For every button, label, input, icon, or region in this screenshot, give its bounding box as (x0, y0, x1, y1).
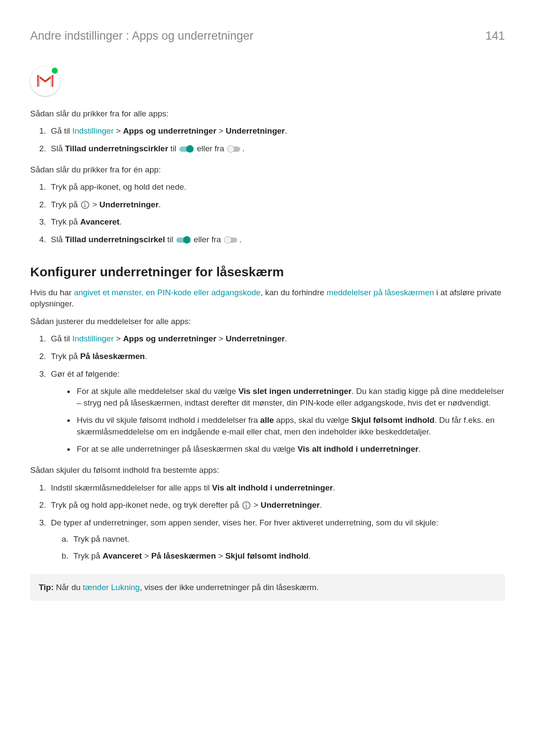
text: For at se alle underretninger på låseskæ… (77, 444, 297, 453)
option: For at se alle underretninger på låseskæ… (75, 444, 505, 455)
text: . (333, 483, 335, 492)
text: til (168, 144, 178, 153)
text: . (285, 126, 287, 135)
text: . (320, 500, 322, 509)
text: . (119, 217, 122, 226)
text: eller fra (191, 235, 223, 244)
intro-one-app: Sådan slår du prikker fra for én app: (30, 164, 505, 176)
steps-hide: Indstil skærmlåsmeddelelser for alle app… (30, 482, 505, 562)
substep: Tryk på navnet. (71, 534, 505, 545)
page-number: 141 (485, 28, 505, 44)
step: Tryk på > Underretninger. (48, 199, 505, 211)
step: Slå Tillad underretningscirkel til eller… (48, 234, 505, 246)
text: Gør ét af følgende: (51, 369, 119, 378)
text: > (142, 551, 151, 560)
text: Slå (51, 144, 65, 153)
nav-item: Avanceret (103, 551, 142, 560)
tip-box: Tip: Når du tænder Lukning, vises der ik… (30, 574, 505, 601)
step: Indstil skærmlåsmeddelelser for alle app… (48, 482, 505, 494)
step: Tryk på Avanceret. (48, 216, 505, 228)
text: . (242, 144, 244, 153)
text: Indstil skærmlåsmeddelelser for alle app… (51, 483, 212, 492)
text: Hvis du har (30, 288, 74, 297)
step: Gå til Indstillinger > Apps og underretn… (48, 333, 505, 345)
steps-adjust: Gå til Indstillinger > Apps og underretn… (30, 333, 505, 455)
tip-label: Tip: (39, 583, 53, 592)
nav-item: Apps og underretninger (123, 334, 216, 343)
step: De typer af underretninger, som appen se… (48, 517, 505, 562)
toggle-on-icon (176, 236, 191, 244)
toggle-off-icon (224, 236, 238, 244)
text: For at skjule alle meddelelser skal du v… (77, 387, 238, 396)
settings-link[interactable]: Indstillinger (72, 126, 114, 135)
substeps: Tryk på navnet. Tryk på Avanceret > På l… (51, 534, 505, 562)
page-header: Andre indstillinger : Apps og underretni… (30, 28, 505, 44)
text: . (285, 334, 287, 343)
text: Gå til (51, 334, 72, 343)
text: Tryk på og hold app-ikonet nede, og tryk… (51, 500, 241, 509)
nav-item: Underretninger (261, 500, 320, 509)
text: . (159, 200, 161, 209)
step: Gør ét af følgende: For at skjule alle m… (48, 369, 505, 456)
nav-item: Underretninger (225, 334, 285, 343)
text: > (216, 334, 226, 343)
pattern-link[interactable]: angivet et mønster, en PIN-kode eller ad… (74, 288, 260, 297)
lockdown-link[interactable]: tænder Lukning (83, 583, 140, 592)
gmail-app-icon (30, 66, 60, 96)
toggle-on-icon (179, 145, 194, 153)
text: Gå til (51, 126, 72, 135)
text: Slå (51, 235, 65, 244)
nav-item: På låseskærmen (80, 352, 145, 361)
text: . (145, 352, 147, 361)
step: Tryk på app-ikonet, og hold det nede. (48, 181, 505, 193)
lockscreen-notifications-link[interactable]: meddelelser på låseskærmen (327, 288, 434, 297)
setting-name: Tillad underretningscirkler (65, 144, 168, 153)
text: Tryk på (51, 217, 80, 226)
breadcrumb: Andre indstillinger : Apps og underretni… (30, 28, 253, 44)
text: apps, skal du vælge (274, 415, 351, 425)
step: Tryk på og hold app-ikonet nede, og tryk… (48, 500, 505, 511)
nav-item: På låseskærmen (151, 551, 216, 560)
setting-name: Tillad underretningscirkel (65, 235, 165, 244)
text: Tryk på (51, 352, 80, 361)
steps-one-app: Tryk på app-ikonet, og hold det nede. Tr… (30, 181, 505, 245)
emphasis: alle (260, 415, 274, 425)
hide-intro: Sådan skjuler du følsomt indhold fra bes… (30, 465, 505, 476)
text: De typer af underretninger, som appen se… (51, 518, 438, 527)
option-name: Vis slet ingen underretninger (238, 387, 352, 396)
text: . (419, 444, 421, 453)
text: Hvis du vil skjule følsomt indhold i med… (77, 415, 260, 425)
step: Tryk på På låseskærmen. (48, 351, 505, 362)
text: . (309, 551, 311, 560)
text: > (90, 200, 100, 209)
substep: Tryk på Avanceret > På låseskærmen > Skj… (71, 550, 505, 562)
option-name: Skjul følsomt indhold (351, 415, 435, 425)
nav-item: Skjul følsomt indhold (225, 551, 308, 560)
info-icon (242, 501, 250, 509)
step: Gå til Indstillinger > Apps og underretn… (48, 125, 505, 137)
nav-item: Underretninger (225, 126, 285, 135)
options-list: For at skjule alle meddelelser skal du v… (51, 386, 505, 455)
text: . (239, 235, 241, 244)
adjust-intro: Sådan justerer du meddelelser for alle a… (30, 316, 505, 328)
section-heading-lockscreen: Konfigurer underretninger for låseskærm (30, 263, 505, 281)
text: > (114, 126, 123, 135)
step: Slå Tillad underretningscirkler til elle… (48, 143, 505, 155)
info-icon (81, 201, 89, 209)
text: , kan du forhindre (260, 288, 326, 297)
text: > (216, 551, 225, 560)
steps-all-apps: Gå til Indstillinger > Apps og underretn… (30, 125, 505, 154)
text: Tryk på (73, 551, 103, 560)
option-name: Vis alt indhold i underretninger (297, 444, 418, 453)
nav-item: Avanceret (80, 217, 119, 226)
nav-item: Underretninger (100, 200, 159, 209)
option-name: Vis alt indhold i underretninger (212, 483, 333, 492)
text: > (216, 126, 226, 135)
mail-glyph-icon (37, 75, 53, 87)
toggle-off-icon (227, 145, 241, 153)
option: For at skjule alle meddelelser skal du v… (75, 386, 505, 409)
settings-link[interactable]: Indstillinger (72, 334, 114, 343)
text: Tryk på (51, 200, 80, 209)
nav-item: Apps og underretninger (123, 126, 216, 135)
text: til (165, 235, 175, 244)
